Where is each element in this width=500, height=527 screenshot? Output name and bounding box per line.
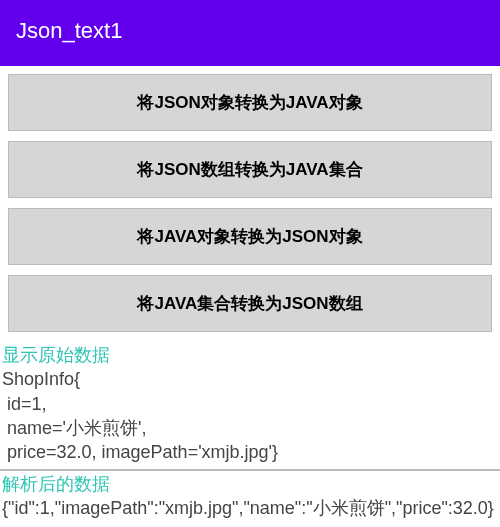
java-obj-to-json-obj-button[interactable]: 将JAVA对象转换为JSON对象	[8, 208, 492, 265]
json-array-to-java-collection-button[interactable]: 将JSON数组转换为JAVA集合	[8, 141, 492, 198]
java-collection-to-json-array-button[interactable]: 将JAVA集合转换为JSON数组	[8, 275, 492, 332]
original-data-display: ShopInfo{ id=1, name='小米煎饼', price=32.0,…	[0, 367, 500, 466]
json-obj-to-java-obj-button[interactable]: 将JSON对象转换为JAVA对象	[8, 74, 492, 131]
app-header: Json_text1	[0, 0, 500, 66]
main-content: 将JSON对象转换为JAVA对象 将JSON数组转换为JAVA集合 将JAVA对…	[0, 74, 500, 522]
app-title: Json_text1	[16, 18, 122, 43]
original-data-label: 显示原始数据	[0, 342, 500, 367]
parsed-data-display: {"id":1,"imagePath":"xmjb.jpg","name":"小…	[0, 496, 500, 522]
parsed-data-label: 解析后的数据	[0, 471, 500, 496]
